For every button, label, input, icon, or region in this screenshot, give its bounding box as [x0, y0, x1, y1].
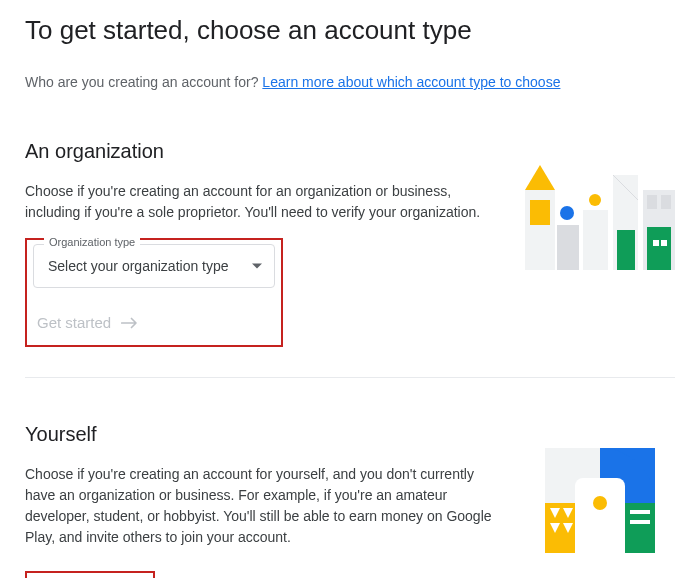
- svg-rect-6: [583, 210, 608, 270]
- organization-illustration: [525, 165, 675, 274]
- svg-rect-13: [647, 227, 671, 270]
- svg-rect-2: [530, 200, 550, 225]
- organization-description: Choose if you're creating an account for…: [25, 181, 505, 223]
- svg-rect-14: [653, 240, 659, 246]
- organization-button-label: Get started: [37, 314, 111, 331]
- page-title: To get started, choose an account type: [25, 15, 675, 46]
- svg-point-24: [593, 496, 607, 510]
- svg-point-5: [589, 194, 601, 206]
- yourself-content: Yourself Choose if you're creating an ac…: [25, 423, 505, 578]
- arrow-right-icon: [121, 316, 139, 330]
- yourself-section: Yourself Choose if you're creating an ac…: [25, 423, 675, 578]
- select-label: Organization type: [44, 236, 140, 248]
- svg-rect-27: [630, 520, 650, 524]
- organization-type-select[interactable]: Organization type Select your organizati…: [33, 244, 275, 288]
- svg-rect-4: [557, 225, 579, 270]
- organization-highlight-box: Organization type Select your organizati…: [25, 238, 283, 347]
- organization-content: An organization Choose if you're creatin…: [25, 140, 505, 347]
- section-divider: [25, 377, 675, 378]
- organization-section: An organization Choose if you're creatin…: [25, 140, 675, 347]
- svg-rect-11: [647, 195, 657, 209]
- yourself-description: Choose if you're creating an account for…: [25, 464, 505, 548]
- organization-get-started-button: Get started: [33, 306, 143, 339]
- learn-more-link[interactable]: Learn more about which account type to c…: [262, 74, 560, 90]
- yourself-highlight-box: Get started: [25, 571, 155, 578]
- svg-point-3: [560, 206, 574, 220]
- intro-text: Who are you creating an account for? Lea…: [25, 74, 675, 90]
- organization-title: An organization: [25, 140, 505, 163]
- svg-rect-15: [661, 240, 667, 246]
- dropdown-icon: [252, 264, 262, 269]
- svg-rect-12: [661, 195, 671, 209]
- svg-rect-26: [630, 510, 650, 514]
- svg-rect-9: [617, 230, 635, 270]
- svg-marker-1: [525, 165, 555, 190]
- yourself-illustration: [525, 448, 675, 557]
- select-placeholder: Select your organization type: [48, 258, 229, 274]
- yourself-title: Yourself: [25, 423, 505, 446]
- intro-prefix: Who are you creating an account for?: [25, 74, 262, 90]
